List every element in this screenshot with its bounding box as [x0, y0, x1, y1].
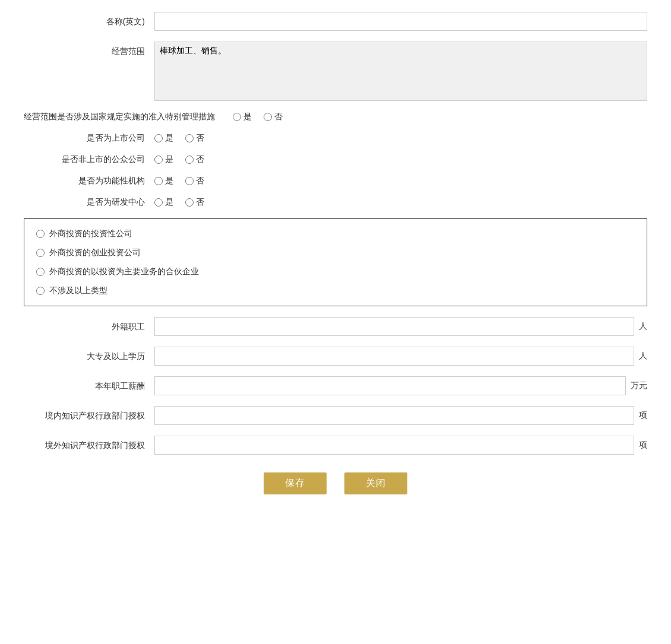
college-above-label: 大专及以上学历 — [24, 347, 154, 363]
investment-option-3[interactable]: 不涉及以上类型 — [36, 285, 635, 296]
rd-center-label: 是否为研发中心 — [24, 197, 154, 208]
domestic-ip-label: 境内知识产权行政部门授权 — [24, 406, 154, 422]
investment-option-2[interactable]: 外商投资的以投资为主要业务的合伙企业 — [36, 267, 635, 277]
button-row: 保存 关闭 — [24, 472, 647, 494]
investment-option-0[interactable]: 外商投资的投资性公司 — [36, 229, 635, 239]
foreign-ip-row: 境外知识产权行政部门授权 项 — [24, 436, 647, 455]
rd-no[interactable]: 否 — [185, 197, 204, 208]
special-management-no[interactable]: 否 — [264, 112, 283, 122]
domestic-ip-input[interactable] — [154, 406, 634, 425]
functional-no[interactable]: 否 — [185, 176, 204, 186]
special-management-no-label: 否 — [274, 112, 283, 122]
business-scope-control: 棒球加工、销售。 — [154, 42, 647, 101]
investment-option-1[interactable]: 外商投资的创业投资公司 — [36, 248, 635, 258]
foreign-ip-input[interactable] — [154, 436, 634, 455]
foreign-employees-label: 外籍职工 — [24, 317, 154, 333]
functional-no-label: 否 — [196, 176, 204, 186]
functional-yes[interactable]: 是 — [154, 176, 173, 186]
non-listed-yes-label: 是 — [165, 154, 173, 165]
listed-no-label: 否 — [196, 133, 204, 144]
rd-center-row: 是否为研发中心 是 否 — [24, 197, 647, 208]
annual-salary-input[interactable] — [154, 376, 626, 395]
listed-no[interactable]: 否 — [185, 133, 204, 144]
special-management-row: 经营范围是否涉及国家规定实施的准入特别管理措施 是 否 — [24, 112, 647, 122]
investment-type-box: 外商投资的投资性公司 外商投资的创业投资公司 外商投资的以投资为主要业务的合伙企… — [24, 218, 647, 306]
college-above-row: 大专及以上学历 人 — [24, 347, 647, 366]
domestic-ip-wrap: 项 — [154, 406, 647, 425]
annual-salary-unit: 万元 — [631, 380, 647, 391]
college-above-wrap: 人 — [154, 347, 647, 366]
listed-yes-radio[interactable] — [154, 134, 163, 142]
name-en-row: 各称(英文) — [24, 12, 647, 31]
functional-yes-label: 是 — [165, 176, 173, 186]
rd-no-label: 否 — [196, 197, 204, 208]
functional-row: 是否为功能性机构 是 否 — [24, 176, 647, 186]
college-above-unit: 人 — [639, 351, 647, 361]
name-en-input[interactable] — [154, 12, 647, 31]
non-listed-no-label: 否 — [196, 154, 204, 165]
investment-label-1: 外商投资的创业投资公司 — [49, 248, 141, 258]
annual-salary-label: 本年职工薪酬 — [24, 376, 154, 392]
investment-radio-0[interactable] — [36, 230, 45, 238]
special-management-yes-label: 是 — [243, 112, 252, 122]
rd-yes-label: 是 — [165, 197, 173, 208]
annual-salary-row: 本年职工薪酬 万元 — [24, 376, 647, 395]
non-listed-yes-radio[interactable] — [154, 156, 163, 164]
investment-radio-2[interactable] — [36, 268, 45, 276]
foreign-employees-row: 外籍职工 人 — [24, 317, 647, 336]
investment-label-2: 外商投资的以投资为主要业务的合伙企业 — [49, 267, 199, 277]
name-en-label: 各称(英文) — [24, 12, 154, 28]
special-management-no-radio[interactable] — [264, 113, 272, 121]
close-button[interactable]: 关闭 — [344, 472, 407, 494]
non-listed-no-radio[interactable] — [185, 156, 194, 164]
business-scope-textarea[interactable]: 棒球加工、销售。 — [154, 42, 647, 101]
college-above-input[interactable] — [154, 347, 634, 366]
foreign-employees-wrap: 人 — [154, 317, 647, 336]
domestic-ip-row: 境内知识产权行政部门授权 项 — [24, 406, 647, 425]
annual-salary-wrap: 万元 — [154, 376, 647, 395]
foreign-employees-input[interactable] — [154, 317, 634, 336]
non-listed-public-row: 是否非上市的公众公司 是 否 — [24, 154, 647, 165]
investment-label-3: 不涉及以上类型 — [49, 285, 107, 296]
non-listed-yes[interactable]: 是 — [154, 154, 173, 165]
rd-yes-radio[interactable] — [154, 198, 163, 207]
foreign-ip-unit: 项 — [639, 440, 647, 451]
special-management-yes[interactable]: 是 — [233, 112, 252, 122]
listed-company-row: 是否为上市公司 是 否 — [24, 133, 647, 144]
foreign-employees-unit: 人 — [639, 321, 647, 332]
functional-label: 是否为功能性机构 — [24, 176, 154, 186]
business-scope-label: 经营范围 — [24, 42, 154, 58]
listed-company-label: 是否为上市公司 — [24, 133, 154, 144]
non-listed-public-label: 是否非上市的公众公司 — [24, 154, 154, 165]
rd-yes[interactable]: 是 — [154, 197, 173, 208]
listed-yes[interactable]: 是 — [154, 133, 173, 144]
business-scope-row: 经营范围 棒球加工、销售。 — [24, 42, 647, 101]
listed-yes-label: 是 — [165, 133, 173, 144]
functional-yes-radio[interactable] — [154, 177, 163, 185]
non-listed-no[interactable]: 否 — [185, 154, 204, 165]
rd-no-radio[interactable] — [185, 198, 194, 207]
name-en-control — [154, 12, 647, 31]
investment-radio-1[interactable] — [36, 249, 45, 257]
investment-radio-3[interactable] — [36, 287, 45, 295]
investment-label-0: 外商投资的投资性公司 — [49, 229, 132, 239]
save-button[interactable]: 保存 — [264, 472, 327, 494]
domestic-ip-unit: 项 — [639, 410, 647, 421]
special-management-label: 经营范围是否涉及国家规定实施的准入特别管理措施 — [24, 112, 233, 122]
foreign-ip-wrap: 项 — [154, 436, 647, 455]
foreign-ip-label: 境外知识产权行政部门授权 — [24, 436, 154, 452]
special-management-yes-radio[interactable] — [233, 113, 241, 121]
functional-no-radio[interactable] — [185, 177, 194, 185]
listed-no-radio[interactable] — [185, 134, 194, 142]
